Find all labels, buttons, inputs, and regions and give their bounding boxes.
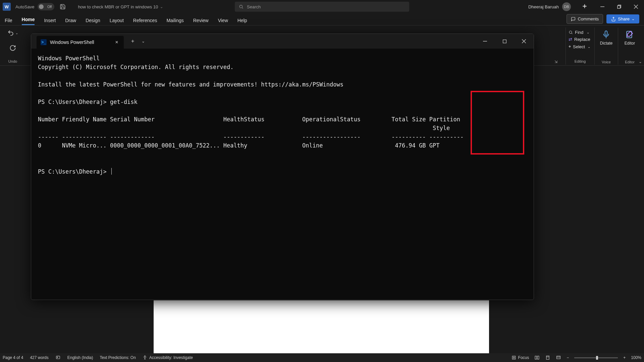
editor-group-label: Editor <box>625 60 635 64</box>
replace-button[interactable]: ⇄Replace <box>569 36 592 43</box>
search-icon <box>569 30 573 35</box>
editing-group: Find⌄ ⇄Replace ⌖Select⌄ Editing ⇲ <box>566 27 594 65</box>
user-account[interactable]: Dheeraj Baruah DB <box>528 2 571 11</box>
autosave-toggle-wrap[interactable]: AutoSave Off <box>15 3 54 10</box>
terminal-data-row: 0 NVMe Micro... 0000_0000_0000_0001_00A0… <box>38 142 439 149</box>
search-placeholder: Search <box>247 4 261 9</box>
tab-mailings[interactable]: Mailings <box>166 16 183 25</box>
collapse-ribbon-icon[interactable]: ⌄ <box>639 59 642 64</box>
voice-group: Dictate Voice <box>594 27 618 65</box>
svg-point-17 <box>145 356 145 356</box>
tab-file[interactable]: File <box>5 16 12 25</box>
status-wordcount[interactable]: 427 words <box>30 355 48 360</box>
word-app-icon: W <box>3 3 11 11</box>
terminal-output[interactable]: Windows PowerShell Copyright (C) Microso… <box>31 49 534 190</box>
autosave-knob <box>39 4 44 9</box>
terminal-maximize-icon[interactable] <box>495 34 514 49</box>
undo-button[interactable]: ⌄ <box>7 29 18 36</box>
select-button[interactable]: ⌖Select⌄ <box>569 43 592 50</box>
save-icon[interactable] <box>60 4 66 10</box>
powershell-icon: >_ <box>41 39 47 45</box>
tab-menu-icon[interactable]: ⌄ <box>142 39 145 44</box>
voice-group-label: Voice <box>602 60 611 64</box>
spellcheck-icon[interactable] <box>55 355 61 360</box>
share-label: Share <box>618 16 630 21</box>
status-accessibility[interactable]: Accessibility: Investigate <box>143 355 193 360</box>
terminal-close-icon[interactable] <box>514 34 534 49</box>
tab-layout[interactable]: Layout <box>110 16 124 25</box>
tab-close-icon[interactable]: ✕ <box>115 40 118 45</box>
svg-rect-19 <box>513 357 515 358</box>
search-bar[interactable]: Search <box>235 2 409 12</box>
svg-rect-18 <box>512 356 515 359</box>
share-icon <box>611 17 616 21</box>
accessibility-icon <box>143 355 147 360</box>
focus-mode-button[interactable]: Focus <box>512 355 529 360</box>
word-titlebar: W AutoSave Off how to check MBR or GPT i… <box>0 0 644 13</box>
zoom-in-button[interactable]: + <box>623 355 626 360</box>
close-icon[interactable] <box>632 5 640 9</box>
document-page[interactable] <box>154 300 489 353</box>
terminal-header-line: Style <box>38 125 450 131</box>
print-layout-icon[interactable] <box>545 355 550 360</box>
comments-button[interactable]: Comments <box>567 14 603 24</box>
undo-group: ⌄ Undo <box>3 27 23 65</box>
tab-view[interactable]: View <box>218 16 228 25</box>
undo-group-label: Undo <box>8 59 17 63</box>
search-icon <box>239 4 244 9</box>
tab-review[interactable]: Review <box>193 16 209 25</box>
comments-label: Comments <box>578 16 599 21</box>
svg-line-1 <box>242 8 243 8</box>
chevron-down-icon: ⌄ <box>632 17 635 21</box>
cursor-icon: ⌖ <box>569 44 571 49</box>
new-tab-button[interactable]: + <box>131 38 134 44</box>
zoom-knob[interactable] <box>596 356 598 360</box>
editor-button[interactable]: Editor <box>625 29 635 46</box>
terminal-titlebar[interactable]: >_ Windows PowerShell ✕ + ⌄ <box>31 34 534 49</box>
editor-icon <box>625 29 634 40</box>
svg-rect-22 <box>557 356 560 359</box>
status-page[interactable]: Page 4 of 4 <box>3 355 23 360</box>
tab-help[interactable]: Help <box>237 16 247 25</box>
terminal-minimize-icon[interactable] <box>475 34 495 49</box>
terminal-line: PS C:\Users\Dheeraj> get-disk <box>38 99 138 105</box>
zoom-slider[interactable] <box>574 357 618 358</box>
read-mode-icon[interactable] <box>534 355 540 360</box>
terminal-tab-title: Windows PowerShell <box>50 40 94 45</box>
zoom-percent[interactable]: 100% <box>631 355 641 360</box>
document-name-text: how to check MBR or GPT in windows 10 <box>78 4 158 9</box>
terminal-line: Install the latest PowerShell for new fe… <box>38 81 343 88</box>
share-button[interactable]: Share ⌄ <box>606 14 639 23</box>
zoom-out-button[interactable]: − <box>567 355 569 360</box>
tab-references[interactable]: References <box>133 16 157 25</box>
minimize-icon[interactable] <box>598 5 606 9</box>
terminal-tab[interactable]: >_ Windows PowerShell ✕ <box>37 36 124 49</box>
svg-rect-20 <box>546 356 549 360</box>
status-predictions[interactable]: Text Predictions: On <box>100 355 136 360</box>
find-button[interactable]: Find⌄ <box>569 29 592 36</box>
status-language[interactable]: English (India) <box>67 355 93 360</box>
annotation-highlight-box <box>471 91 524 155</box>
tab-draw[interactable]: Draw <box>65 16 76 25</box>
comment-icon <box>571 17 576 21</box>
autosave-state: Off <box>47 5 52 9</box>
group-launcher-icon[interactable]: ⇲ <box>554 60 557 64</box>
tab-design[interactable]: Design <box>86 16 100 25</box>
document-name[interactable]: how to check MBR or GPT in windows 10 ⌄ <box>78 4 163 9</box>
web-layout-icon[interactable] <box>556 355 561 360</box>
svg-rect-9 <box>605 31 607 35</box>
svg-rect-3 <box>618 6 620 8</box>
autosave-toggle[interactable]: Off <box>38 3 54 10</box>
terminal-line: Copyright (C) Microsoft Corporation. All… <box>38 64 233 70</box>
terminal-separator-line: ------ ------------- ------------- -----… <box>38 133 464 140</box>
chevron-down-icon: ⌄ <box>160 5 163 9</box>
redo-button[interactable] <box>9 45 16 51</box>
coming-soon-icon[interactable] <box>580 4 590 10</box>
tab-home[interactable]: Home <box>22 15 35 25</box>
restore-icon[interactable] <box>615 5 623 9</box>
autosave-label: AutoSave <box>15 4 34 9</box>
tab-insert[interactable]: Insert <box>44 16 56 25</box>
dictate-button[interactable]: Dictate <box>600 29 612 46</box>
terminal-cursor <box>111 168 112 175</box>
replace-icon: ⇄ <box>569 37 572 42</box>
